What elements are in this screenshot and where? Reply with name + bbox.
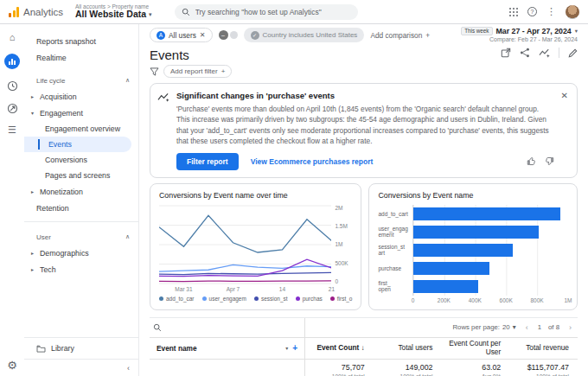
events-table: Rows per page: 20 ▾ ‹ 1 of 8 › Event nam… — [150, 317, 578, 376]
analytics-logo-icon[interactable] — [9, 7, 19, 17]
expand-right-icon: ▸ — [31, 250, 36, 256]
sidebar-item-reports-snapshot[interactable]: Reports snapshot — [24, 33, 138, 49]
comparison-toggle[interactable]: – — [219, 30, 238, 40]
sort-arrow-icon: ↓ — [361, 343, 365, 352]
prev-page-button[interactable]: ‹ — [523, 323, 531, 332]
plus-icon: + — [221, 67, 226, 75]
sidebar-item-conversions[interactable]: Conversions — [24, 152, 131, 168]
search-bar[interactable] — [175, 4, 358, 20]
sidebar-item-pages-screens[interactable]: Pages and screens — [24, 168, 131, 183]
chevron-down-icon: ▾ — [513, 323, 516, 331]
filter-funnel-icon[interactable] — [150, 67, 159, 76]
page-current: 1 — [538, 323, 541, 331]
line-chart-card: Conversions by Event name over time 2M 1… — [150, 183, 361, 310]
sidebar-item-retention[interactable]: Retention — [24, 200, 138, 216]
analytics-app: Analytics All accounts > Property name A… — [0, 0, 588, 376]
sidebar-item-demographics[interactable]: ▸ Demographics — [24, 245, 138, 261]
sidebar-item-engagement-overview[interactable]: Engagement overview — [24, 121, 131, 137]
column-header-total-users[interactable]: Total users — [374, 344, 442, 353]
bar-purchase — [413, 262, 489, 275]
sidebar-item-events[interactable]: Events — [24, 137, 131, 152]
reports-icon[interactable] — [4, 54, 20, 69]
expand-right-icon: ▸ — [31, 93, 36, 99]
add-comparison-button[interactable]: Add comparison + — [370, 31, 430, 40]
sidebar: Reports snapshot Realtime Life cycle ∧ ▸… — [24, 24, 139, 376]
search-icon — [153, 323, 162, 332]
add-report-filter-button[interactable]: Add report filter + — [163, 65, 232, 78]
edit-pencil-icon[interactable] — [568, 48, 578, 58]
nav-rail: ⌂ ☰ ⚙ — [0, 24, 24, 376]
property-name: All Website Data — [75, 10, 146, 20]
table-totals-row: 75,707100% of total 149,002100% of total… — [150, 360, 578, 376]
sidebar-section-lifecycle[interactable]: Life cycle ∧ — [24, 73, 138, 88]
sidebar-item-library[interactable]: Library — [24, 338, 138, 359]
sidebar-item-acquisition[interactable]: ▸ Acquisition — [24, 88, 138, 105]
bar-chart-card: Conversions by Event name add_to_cart us… — [368, 183, 578, 310]
chevron-down-icon: ▾ — [149, 11, 152, 18]
home-icon[interactable]: ⌂ — [10, 33, 16, 42]
insights-icon[interactable] — [539, 48, 550, 58]
chevron-down-icon: ▾ — [575, 28, 578, 35]
sidebar-section-user[interactable]: User ∧ — [24, 229, 138, 245]
bar-chart-x-axis: 0200K400K600K800K1M — [412, 296, 568, 304]
analytics-logo-text[interactable]: Analytics — [23, 7, 63, 17]
page-of: of 8 — [548, 323, 559, 331]
line-chart-plot — [159, 205, 331, 284]
date-range-picker[interactable]: This week Mar 27 - Apr 27, 2024 ▾ Compar… — [461, 27, 578, 44]
sidebar-item-engagement[interactable]: ▾ Engagement — [24, 105, 138, 121]
search-input[interactable] — [195, 8, 351, 16]
bar-add-to-cart — [413, 207, 560, 220]
insight-title: Significant changes in 'purchase' events — [176, 91, 554, 100]
sidebar-item-realtime[interactable]: Realtime — [24, 49, 138, 66]
property-switcher[interactable]: All accounts > Property name All Website… — [75, 3, 152, 20]
export-icon[interactable] — [501, 48, 511, 58]
bar-chart-title: Conversions by Event name — [378, 191, 568, 200]
add-dimension-icon[interactable]: + — [292, 343, 297, 353]
collapse-caret-icon: ∧ — [125, 77, 130, 84]
help-icon[interactable]: ? — [527, 7, 537, 16]
line-chart-y-axis: 2M 1.5M 1M 500K 0 — [335, 205, 352, 284]
kebab-menu-icon[interactable]: ⋮ — [546, 7, 556, 16]
thumbs-down-icon[interactable] — [545, 156, 554, 166]
plus-icon: + — [425, 31, 430, 40]
share-icon[interactable] — [520, 48, 530, 58]
condition-icon: ✓ — [251, 31, 259, 40]
country-filter-chip[interactable]: ✓ Country includes United States — [244, 28, 365, 42]
bar-chart-plot — [412, 205, 568, 296]
rows-per-page-select[interactable]: Rows per page: 20 ▾ — [452, 323, 515, 331]
sidebar-collapse-button[interactable]: ‹ — [24, 359, 138, 376]
bar-user-engagement — [413, 226, 539, 239]
filter-report-button[interactable]: Filter report — [176, 153, 239, 170]
close-icon[interactable]: ✕ — [561, 91, 568, 170]
column-header-event-name[interactable]: Event name ▾ + — [150, 338, 305, 359]
view-ecommerce-report-link[interactable]: View Ecommerce purchases report — [251, 157, 374, 166]
line-chart-x-axis: Mar 31Apr 71421 — [159, 284, 331, 293]
date-range-text: Mar 27 - Apr 27, 2024 — [496, 27, 572, 36]
explore-icon[interactable] — [7, 80, 18, 92]
insight-card: Significant changes in 'purchase' events… — [150, 83, 578, 178]
close-icon[interactable]: ✕ — [200, 31, 206, 39]
apps-grid-icon[interactable] — [508, 7, 518, 16]
advertising-icon[interactable] — [7, 103, 18, 114]
bar-chart-labels: add_to_cart user_engag ement session_st … — [378, 205, 412, 296]
all-users-chip[interactable]: A All users ✕ — [150, 28, 213, 42]
top-bar: Analytics All accounts > Property name A… — [0, 0, 588, 24]
avatar[interactable] — [566, 5, 579, 19]
column-header-total-revenue[interactable]: Total revenue — [509, 344, 578, 353]
bar-first-open — [413, 280, 478, 293]
folder-icon — [36, 345, 46, 353]
table-search[interactable] — [150, 318, 305, 337]
line-chart-svg — [159, 205, 331, 284]
column-header-count-per-user[interactable]: Event Count per User — [442, 340, 510, 356]
column-header-event-count[interactable]: Event Count ↓ — [305, 344, 374, 353]
gear-icon[interactable]: ⚙ — [7, 360, 17, 371]
collapse-caret-icon: ∧ — [125, 233, 130, 240]
next-page-button[interactable]: › — [566, 323, 574, 332]
thumbs-up-icon[interactable] — [527, 156, 536, 166]
admin-list-icon[interactable]: ☰ — [8, 125, 16, 135]
sidebar-item-tech[interactable]: ▸ Tech — [24, 261, 138, 277]
sidebar-item-monetization[interactable]: ▸ Monetization — [24, 183, 138, 200]
expand-right-icon: ▸ — [31, 188, 36, 194]
expand-right-icon: ▸ — [31, 266, 36, 272]
bar-session-start — [413, 244, 512, 257]
